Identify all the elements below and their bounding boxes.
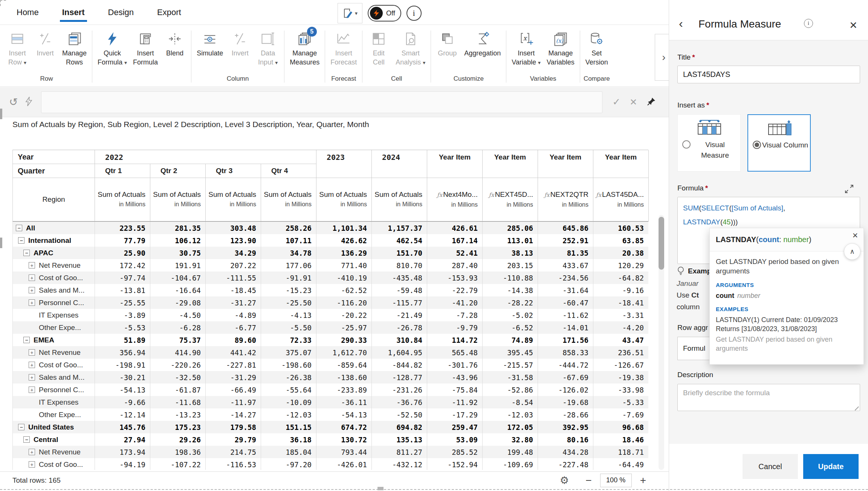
table-cell[interactable]: -109.69 <box>483 458 538 470</box>
table-cell[interactable]: 191.91 <box>150 259 206 272</box>
table-cell[interactable]: -5.53 <box>95 321 150 334</box>
table-cell[interactable]: -59.48 <box>372 284 427 296</box>
table-cell[interactable]: -10.09 <box>261 396 316 408</box>
table-cell[interactable]: 426.61 <box>427 222 483 234</box>
table-cell[interactable]: 29.79 <box>206 433 261 446</box>
table-cell[interactable]: 285.52 <box>427 446 483 458</box>
table-cell[interactable]: -3.89 <box>95 309 150 321</box>
row-label-cell[interactable]: +Net Revenue <box>13 346 95 359</box>
interactions-toggle[interactable]: Off <box>368 5 401 21</box>
quarter-cell[interactable]: Qtr 2 <box>150 164 206 178</box>
table-cell[interactable]: 89.60 <box>206 334 261 346</box>
row-label-cell[interactable]: +Cost of Goo... <box>13 458 95 470</box>
table-cell[interactable]: -432.12 <box>372 458 427 470</box>
measure-cell[interactable]: Sum of Actualsin Millions <box>150 178 206 221</box>
table-cell[interactable]: -20.22 <box>316 309 372 321</box>
table-cell[interactable]: -115.77 <box>372 296 427 309</box>
table-cell[interactable]: -426.01 <box>316 458 372 470</box>
table-cell[interactable]: 151.70 <box>372 247 427 259</box>
table-cell[interactable]: -5.33 <box>593 396 648 408</box>
table-cell[interactable]: 107.11 <box>261 234 316 247</box>
table-cell[interactable]: 258.26 <box>261 222 316 234</box>
table-cell[interactable]: -31.58 <box>483 371 538 384</box>
table-cell[interactable]: -215.57 <box>483 359 538 371</box>
table-cell[interactable]: -4.13 <box>261 309 316 321</box>
table-cell[interactable]: 426.62 <box>316 234 372 247</box>
table-cell[interactable]: 34.29 <box>206 247 261 259</box>
edit-mode-button[interactable]: ▾ <box>338 3 362 23</box>
table-cell[interactable]: -844.82 <box>372 359 427 371</box>
table-cell[interactable]: 135.13 <box>372 433 427 446</box>
measure-formula-cell[interactable]: ƒxNEXT2QTRin Millions <box>538 178 593 221</box>
table-cell[interactable]: -16.64 <box>150 284 206 296</box>
table-cell[interactable]: 151.15 <box>261 421 316 433</box>
collapse-toggle-icon[interactable]: − <box>18 424 24 430</box>
table-cell[interactable]: 30.75 <box>150 247 206 259</box>
table-cell[interactable]: -52.86 <box>483 384 538 396</box>
row-label-cell[interactable]: −Central <box>13 433 95 446</box>
table-cell[interactable]: 51.89 <box>95 334 150 346</box>
radio-selected-icon[interactable] <box>753 141 761 149</box>
expand-toggle-icon[interactable]: + <box>29 374 35 381</box>
year-item-cell[interactable]: Year Item <box>427 150 483 178</box>
row-label-cell[interactable]: −International <box>13 234 95 247</box>
table-cell[interactable]: 29.26 <box>150 433 206 446</box>
table-cell[interactable]: 185.04 <box>261 446 316 458</box>
measure-cell[interactable]: Sum of Actualsin Millions <box>261 178 316 221</box>
row-label-cell[interactable]: +Net Revenue <box>13 446 95 458</box>
table-cell[interactable]: -18.45 <box>206 284 261 296</box>
table-cell[interactable]: 27.94 <box>95 433 150 446</box>
table-cell[interactable]: 375.07 <box>261 346 316 359</box>
zoom-in-button[interactable]: + <box>640 474 646 486</box>
table-cell[interactable]: -198.60 <box>261 359 316 371</box>
table-cell[interactable]: -52.50 <box>372 408 427 421</box>
collapse-toggle-icon[interactable]: − <box>23 436 30 443</box>
table-cell[interactable]: 199.48 <box>483 446 538 458</box>
table-cell[interactable]: 175.23 <box>150 421 206 433</box>
year-header-cell[interactable]: Year <box>13 150 95 164</box>
table-cell[interactable]: 77.79 <box>95 234 150 247</box>
table-cell[interactable]: -126.02 <box>538 384 593 396</box>
quarter-cell[interactable]: Qtr 4 <box>261 164 316 178</box>
table-cell[interactable]: -75.84 <box>427 384 483 396</box>
table-cell[interactable]: 20.38 <box>593 247 648 259</box>
row-label-cell[interactable]: −All <box>13 222 95 234</box>
table-cell[interactable]: -4.89 <box>206 309 261 321</box>
table-cell[interactable]: -19.68 <box>538 396 593 408</box>
table-cell[interactable]: -3.31 <box>593 309 648 321</box>
ribbon-button-insert-variable[interactable]: xInsert Variable ▾ <box>509 30 543 67</box>
table-cell[interactable]: 214.75 <box>206 446 261 458</box>
table-cell[interactable]: 252.91 <box>538 234 593 247</box>
collapse-toggle-icon[interactable]: − <box>18 237 24 244</box>
expand-toggle-icon[interactable]: + <box>29 362 35 368</box>
table-cell[interactable]: 167.14 <box>427 234 483 247</box>
table-cell[interactable]: -13.81 <box>95 284 150 296</box>
table-cell[interactable]: 395.45 <box>483 346 538 359</box>
table-cell[interactable]: 123.90 <box>206 234 261 247</box>
table-cell[interactable]: 145.76 <box>95 421 150 433</box>
table-cell[interactable]: -6.52 <box>483 321 538 334</box>
table-cell[interactable]: -61.87 <box>150 384 206 396</box>
table-cell[interactable]: 1,604.95 <box>372 346 427 359</box>
table-cell[interactable]: -12.03 <box>261 408 316 421</box>
table-cell[interactable]: 72.33 <box>261 334 316 346</box>
row-label-cell[interactable]: Other Expe... <box>13 321 95 334</box>
table-cell[interactable]: -55.64 <box>261 384 316 396</box>
drag-handle[interactable] <box>0 109 2 119</box>
table-cell[interactable]: -15.23 <box>261 284 316 296</box>
ribbon-button-manage-variables[interactable]: (x)Manage Variables <box>544 30 577 67</box>
collapse-toggle-icon[interactable]: − <box>23 250 30 256</box>
table-cell[interactable]: -62.52 <box>316 284 372 296</box>
table-cell[interactable]: -13.23 <box>150 408 206 421</box>
table-cell[interactable]: -231.26 <box>372 384 427 396</box>
table-cell[interactable]: -11.97 <box>206 396 261 408</box>
table-cell[interactable]: -5.02 <box>483 309 538 321</box>
confirm-check-icon[interactable]: ✓ <box>612 96 620 108</box>
ribbon-button-invert[interactable]: Invert <box>32 30 59 58</box>
formula-expand-icon[interactable] <box>844 184 854 195</box>
table-cell[interactable]: -7.69 <box>593 408 648 421</box>
table-cell[interactable]: 171.56 <box>538 334 593 346</box>
year-2024-cell[interactable]: 2024 <box>372 150 427 178</box>
ribbon-button-smart-analysis[interactable]: Smart Analysis ▾ <box>393 30 428 67</box>
table-cell[interactable]: 285.06 <box>483 222 538 234</box>
